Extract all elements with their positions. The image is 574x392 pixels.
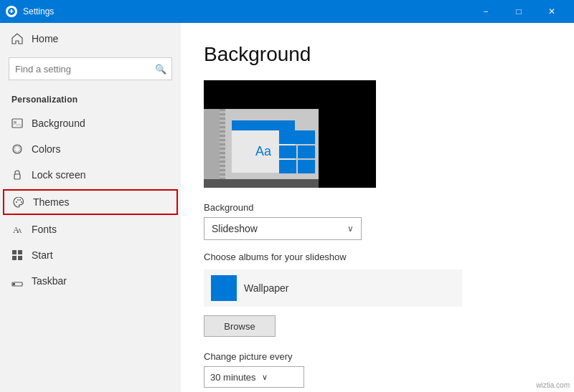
close-button[interactable]: ✕ — [535, 0, 568, 23]
themes-icon — [13, 196, 24, 208]
preview-tile-1 — [279, 145, 296, 159]
titlebar-title: Settings — [23, 6, 54, 16]
svg-point-7 — [16, 201, 17, 203]
sidebar-item-lock-screen[interactable]: Lock screen — [0, 162, 181, 188]
album-name: Wallpaper — [244, 282, 289, 294]
slideshow-section-label: Choose albums for your slideshow — [204, 252, 551, 262]
titlebar-left: Settings — [0, 6, 54, 17]
interval-chevron-icon: ∨ — [262, 373, 268, 382]
preview-tile-4 — [298, 160, 315, 173]
watermark: wiztia.com — [536, 381, 570, 389]
sidebar-item-background[interactable]: Background — [0, 110, 181, 136]
background-preview: Aa — [204, 80, 376, 188]
svg-point-5 — [13, 145, 22, 153]
taskbar-icon — [11, 275, 23, 287]
fonts-icon: AA — [11, 224, 23, 235]
app-icon — [6, 6, 17, 17]
home-label: Home — [32, 33, 58, 44]
sidebar-item-colors[interactable]: Colors — [0, 136, 181, 162]
dropdown-value: Slideshow — [212, 223, 258, 234]
section-title: Personalization — [0, 89, 181, 110]
colors-icon — [11, 143, 23, 155]
svg-rect-2 — [11, 9, 12, 13]
svg-point-10 — [21, 201, 22, 203]
svg-rect-18 — [13, 283, 15, 285]
svg-point-8 — [17, 199, 19, 201]
sidebar-item-start[interactable]: Start — [0, 242, 181, 268]
search-container: 🔍 — [9, 57, 172, 80]
svg-text:A: A — [17, 227, 22, 234]
svg-rect-6 — [14, 174, 20, 179]
preview-desktop: Aa — [204, 109, 319, 188]
svg-rect-15 — [12, 256, 17, 260]
page-title: Background — [204, 43, 551, 66]
preview-window-title — [232, 120, 295, 130]
lock-icon — [11, 169, 23, 181]
titlebar-controls: − □ ✕ — [469, 0, 568, 23]
sidebar-item-start-label: Start — [32, 249, 53, 261]
sidebar-item-background-label: Background — [32, 118, 85, 129]
svg-rect-14 — [18, 250, 22, 254]
sidebar-item-fonts[interactable]: AA Fonts — [0, 216, 181, 242]
search-icon: 🔍 — [155, 64, 166, 75]
preview-tile-wide — [279, 130, 315, 144]
sidebar-item-home[interactable]: Home — [0, 23, 181, 54]
search-input[interactable] — [9, 57, 172, 80]
svg-rect-16 — [18, 256, 22, 260]
sidebar: Home 🔍 Personalization Background Colors — [0, 23, 181, 392]
svg-rect-13 — [12, 250, 17, 254]
preview-tiles — [279, 130, 315, 173]
minimize-button[interactable]: − — [469, 0, 502, 23]
preview-tile-3 — [279, 160, 296, 173]
sidebar-item-taskbar-label: Taskbar — [32, 275, 67, 287]
background-dropdown[interactable]: Slideshow ∨ — [204, 217, 362, 240]
background-icon — [11, 118, 23, 129]
preview-ruler — [220, 109, 225, 179]
interval-value: 30 minutes — [210, 372, 256, 383]
sidebar-item-fonts-label: Fonts — [32, 224, 57, 235]
browse-button[interactable]: Browse — [204, 315, 276, 337]
titlebar: Settings − □ ✕ — [0, 0, 574, 23]
start-icon — [11, 249, 23, 261]
album-row: Wallpaper — [204, 269, 462, 307]
sidebar-item-colors-label: Colors — [32, 143, 60, 155]
album-thumbnail — [211, 275, 237, 301]
interval-dropdown[interactable]: 30 minutes ∨ — [204, 366, 304, 388]
preview-taskbar — [204, 179, 319, 188]
background-field-label: Background — [204, 202, 551, 213]
sidebar-item-taskbar[interactable]: Taskbar — [0, 268, 181, 294]
maximize-button[interactable]: □ — [502, 0, 535, 23]
change-picture-label: Change picture every — [204, 351, 551, 362]
preview-sidebar — [204, 109, 220, 179]
preview-tile-2 — [298, 145, 315, 159]
sidebar-item-themes-label: Themes — [33, 196, 70, 208]
home-icon — [11, 33, 23, 44]
svg-point-9 — [19, 199, 21, 201]
sidebar-item-lock-screen-label: Lock screen — [32, 169, 85, 181]
app-body: Home 🔍 Personalization Background Colors — [0, 23, 574, 392]
content-area: Background Aa — [181, 23, 574, 392]
sidebar-item-themes[interactable]: Themes — [3, 189, 178, 215]
chevron-down-icon: ∨ — [347, 224, 354, 234]
